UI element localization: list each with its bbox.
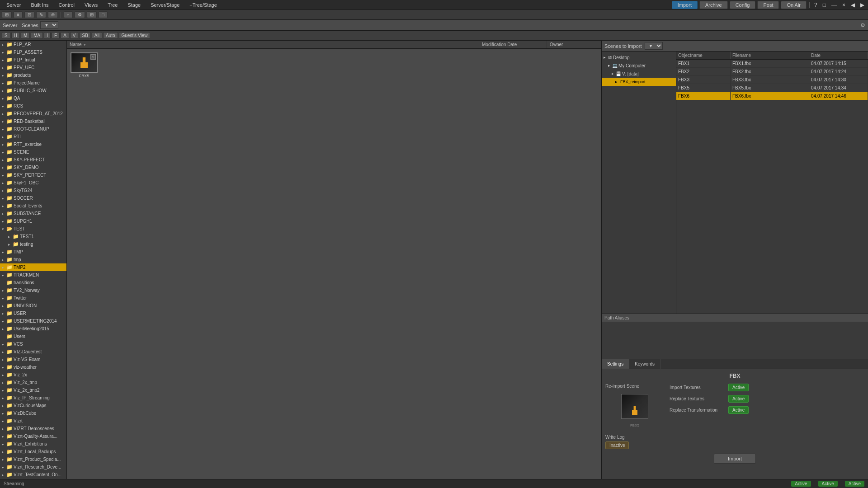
folder-viz2x-tmp2[interactable]: ▸ 📁 Viz_2x_tmp2	[0, 386, 66, 394]
filter-f[interactable]: F	[52, 32, 60, 39]
folder-vizrt-quality[interactable]: ▸ 📁 Vizrt-Quality-Assura...	[0, 432, 66, 440]
folder-public-show[interactable]: ▸ 📁 PUBLIC_SHOW	[0, 87, 66, 94]
toolbar-btn-6[interactable]: ⌂	[64, 11, 73, 18]
menu-control[interactable]: Control	[54, 1, 79, 9]
filter-v[interactable]: V	[70, 32, 79, 39]
folder-root-cleanup[interactable]: ▸ 📁 ROOT-CLEANUP	[0, 125, 66, 133]
import-section-dropdown[interactable]: ▼	[645, 42, 663, 50]
menu-views[interactable]: Views	[80, 1, 102, 9]
file-tree-desktop[interactable]: ▸ 🖥 Desktop	[602, 53, 676, 61]
folder-ppv-ufc[interactable]: ▸ 📁 PPV_UFC	[0, 64, 66, 71]
on-air-button[interactable]: On Air	[781, 1, 807, 9]
filter-guest-view[interactable]: Guest's View	[119, 32, 151, 39]
config-button[interactable]: Config	[730, 1, 756, 9]
folder-transitions[interactable]: 📁 transitions	[0, 279, 66, 286]
nav-back-icon[interactable]: ◀	[849, 2, 857, 8]
folder-rtl[interactable]: ▸ 📁 RTL	[0, 133, 66, 141]
folder-vizcuriousmaps[interactable]: ▸ 📁 VizCuriousMaps	[0, 402, 66, 409]
folder-vizrt-exhibitions[interactable]: ▸ 📁 Vizrt_Exhibitions	[0, 440, 66, 448]
menu-server[interactable]: Server	[2, 1, 25, 9]
file-tree-fbx-reimport[interactable]: ▸ FBX_reimport	[602, 78, 676, 86]
folder-social-events[interactable]: ▸ 📁 Social_Events	[0, 202, 66, 210]
col-header-owner[interactable]: Owner	[547, 41, 601, 48]
folder-sky-demo[interactable]: ▸ 📁 SKY_DEMO	[0, 164, 66, 171]
folder-scene[interactable]: ▸ 📁 SCENE	[0, 148, 66, 156]
folder-testing[interactable]: ▸ 📁 testing	[0, 240, 66, 248]
folder-viz2x[interactable]: ▸ 📁 Viz_2x	[0, 371, 66, 379]
filter-sb[interactable]: SB	[79, 32, 90, 39]
maximize-icon[interactable]: □	[821, 2, 828, 8]
toolbar-btn-5[interactable]: ⊕	[48, 11, 58, 18]
file-col-date[interactable]: Date	[809, 52, 868, 59]
post-button[interactable]: Post	[757, 1, 779, 9]
replace-textures-btn[interactable]: Active	[728, 395, 749, 403]
folder-vizrt-product[interactable]: ▸ 📁 Vizrt_Product_Specia...	[0, 455, 66, 463]
menu-stage[interactable]: Stage	[123, 1, 145, 9]
folder-plp-ar[interactable]: ▸ 📁 PLP_AR	[0, 41, 66, 48]
folder-skyf1-obc[interactable]: ▸ 📁 SkyF1_OBC	[0, 179, 66, 187]
file-row-fbx1[interactable]: FBX1 FBX1.fbx 04.07.2017 14:15	[676, 60, 868, 68]
filter-h[interactable]: H	[11, 32, 20, 39]
folder-plp-assets[interactable]: ▸ 📁 PLP_ASSETS	[0, 48, 66, 56]
folder-substance[interactable]: ▸ 📁 SUBSTANCE	[0, 210, 66, 217]
close-icon[interactable]: ×	[840, 2, 847, 8]
folder-recovered[interactable]: ▸ 📁 RECOVERED_AT_2012	[0, 110, 66, 117]
write-log-status-btn[interactable]: Inactive	[605, 441, 629, 449]
folder-tmp[interactable]: ▸ 📁 TMP	[0, 248, 66, 256]
folder-qa[interactable]: ▸ 📁 QA	[0, 94, 66, 102]
folder-univision[interactable]: ▸ 📁 UNIVISION	[0, 302, 66, 310]
folder-viz-weather[interactable]: ▸ 📁 viz-weather	[0, 363, 66, 371]
folder-vcs[interactable]: ▸ 📁 VCS	[0, 340, 66, 348]
import-action-button[interactable]: Import	[714, 454, 756, 464]
folder-sky-perfect2[interactable]: ▸ 📁 SKY_PERFECT	[0, 171, 66, 179]
folder-projectname[interactable]: ▸ 📁 ProjectName	[0, 79, 66, 87]
folder-skytg24[interactable]: ▸ 📁 SkyTG24	[0, 187, 66, 194]
filter-m[interactable]: M	[21, 32, 30, 39]
menu-server-stage[interactable]: Server/Stage	[146, 1, 184, 9]
filter-s[interactable]: S	[2, 32, 10, 39]
folder-test[interactable]: ▾ 📂 TEST	[0, 225, 66, 233]
menu-builtins[interactable]: Built Ins	[26, 1, 53, 9]
scenes-panel-icon[interactable]: ⚙	[860, 22, 865, 28]
menu-tree-stage[interactable]: +Tree/Stage	[185, 1, 221, 9]
menu-tree[interactable]: Tree	[103, 1, 122, 9]
filter-i[interactable]: I	[44, 32, 51, 39]
folder-vizdbcube[interactable]: ▸ 📁 VizDbCube	[0, 409, 66, 417]
file-row-fbx3[interactable]: FBX3 FBX3.fbx 04.07.2017 14:30	[676, 76, 868, 84]
toolbar-btn-3[interactable]: ⊡	[24, 11, 34, 18]
folder-sky-perfect1[interactable]: ▸ 📁 SKY-PERFECT	[0, 156, 66, 164]
folder-tv2-norway[interactable]: ▸ 📁 TV2_Norway	[0, 286, 66, 294]
minimize-icon[interactable]: —	[830, 2, 839, 8]
file-tree-v-data[interactable]: ▸ 💾 V: [data]	[602, 70, 676, 78]
col-header-name[interactable]: Name ▾	[67, 41, 479, 48]
file-row-fbx6[interactable]: FBX6 FBX6.fbx 04.07.2017 14:46	[676, 92, 868, 100]
folder-user[interactable]: ▸ 📁 USER	[0, 310, 66, 317]
folder-vizrt[interactable]: ▸ 📁 Vizrt	[0, 417, 66, 425]
folder-usermeeting2014[interactable]: ▸ 📁 USERMEETING2014	[0, 317, 66, 325]
archive-button[interactable]: Archive	[699, 1, 728, 9]
file-tree-my-computer[interactable]: ▸ 💻 My Computer	[602, 61, 676, 70]
nav-forward-icon[interactable]: ▶	[859, 2, 866, 8]
import-button[interactable]: Import	[672, 1, 698, 9]
toolbar-btn-1[interactable]: ⊞	[2, 11, 12, 18]
folder-viz-vs-exam[interactable]: ▸ 📁 Viz-VS-Exam	[0, 356, 66, 363]
folder-vizrt-demoscenes[interactable]: ▸ 📁 VIZRT-Demoscenes	[0, 425, 66, 432]
filter-all[interactable]: All	[92, 32, 102, 39]
folder-viz-ip-streaming[interactable]: ▸ 📁 Viz_IP_Streaming	[0, 394, 66, 402]
scenes-dropdown[interactable]: ▼	[40, 21, 58, 29]
col-header-date[interactable]: Modification Date	[479, 41, 547, 48]
thumbnail-fbx5[interactable]: S FBX5	[71, 52, 98, 78]
file-row-fbx5[interactable]: FBX5 FBX5.fbx 04.07.2017 14:34	[676, 84, 868, 92]
folder-products[interactable]: ▸ 📁 products	[0, 71, 66, 79]
folder-users[interactable]: 📁 Users	[0, 333, 66, 340]
folder-trackmen[interactable]: ▸ 📁 TRACKMEN	[0, 271, 66, 279]
folder-tmp2[interactable]: ▸ 📁 TMP2	[0, 263, 66, 271]
folder-tmp-lower[interactable]: ▸ 📁 tmp	[0, 256, 66, 263]
replace-transform-btn[interactable]: Active	[728, 406, 749, 414]
file-row-fbx2[interactable]: FBX2 FBX2.fbx 04.07.2017 14:24	[676, 68, 868, 76]
folder-vizrt-testcontent[interactable]: ▸ 📁 Vizrt_TestContent_On...	[0, 471, 66, 479]
folder-vizrt-research[interactable]: ▸ 📁 Vizrt_Research_Deve...	[0, 463, 66, 471]
folder-usermeeting2015[interactable]: ▸ 📁 UserMeeting2015	[0, 325, 66, 333]
folder-test1[interactable]: ▸ 📁 TEST1	[0, 233, 66, 240]
toolbar-btn-2[interactable]: ≡	[14, 11, 23, 18]
